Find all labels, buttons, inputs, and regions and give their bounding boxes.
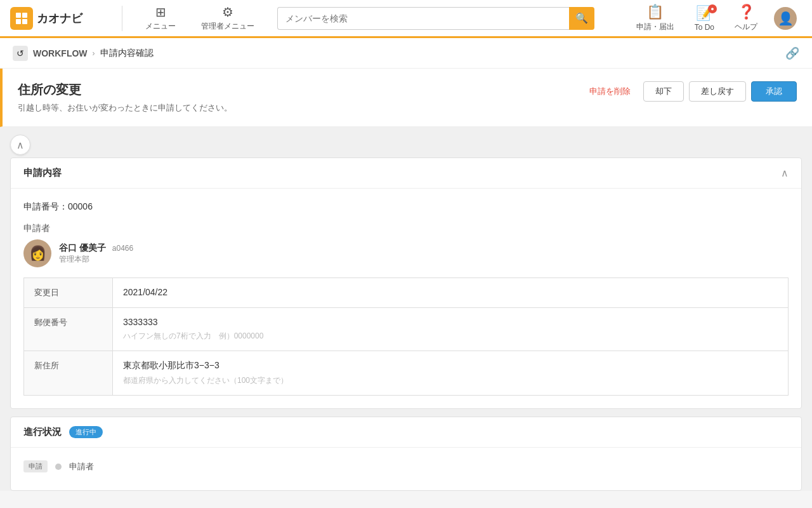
breadcrumb-bar: ↺ WORKFLOW › 申請内容確認 🔗 <box>0 38 812 69</box>
delete-button[interactable]: 申請を削除 <box>582 82 638 101</box>
todo-label: To Do <box>695 23 714 32</box>
request-number-value: 00006 <box>68 201 93 211</box>
search-icon: 🔍 <box>575 12 588 24</box>
logo-text: カオナビ <box>37 11 82 26</box>
step-name: 申請者 <box>69 461 94 472</box>
table-row: 郵便番号3333333ハイフン無しの7桁で入力 例）0000000 <box>24 308 789 351</box>
table-cell-value: 3333333ハイフン無しの7桁で入力 例）0000000 <box>113 308 789 351</box>
request-number-row: 申請番号：00006 <box>23 201 789 213</box>
help-icon: ❓ <box>738 4 755 20</box>
table-cell-hint: 都道府県から入力してください（100文字まで） <box>123 375 778 386</box>
page-header: 住所の変更 引越し時等、お住いが変わったときに申請してください。 申請を削除 却… <box>0 69 812 127</box>
approve-button[interactable]: 承認 <box>751 81 797 102</box>
page-title: 住所の変更 <box>18 81 232 98</box>
step-row: 申請 申請者 <box>23 460 789 472</box>
search-button[interactable]: 🔍 <box>569 7 594 30</box>
svg-rect-3 <box>22 19 27 24</box>
header-divider <box>122 6 122 31</box>
avatar[interactable]: 👤 <box>774 7 797 30</box>
applications-action[interactable]: 📋 申請・届出 <box>627 0 683 37</box>
admin-menu-label: 管理者メニュー <box>201 21 254 32</box>
progress-body: 申請 申請者 <box>11 448 801 490</box>
chevron-up-icon: ∧ <box>16 139 24 151</box>
logo-area: カオナビ <box>10 7 112 30</box>
table-row: 新住所東京都歌小那比市3−3−3都道府県から入力してください（100文字まで） <box>24 351 789 396</box>
applications-icon: 📋 <box>646 4 664 20</box>
applicant-details: 谷口 優美子 a0466 管理本部 <box>59 243 133 265</box>
search-area: 🔍 <box>277 7 594 30</box>
progress-header: 進行状況 進行中 <box>11 417 801 448</box>
admin-menu-nav-item[interactable]: ⚙ 管理者メニュー <box>188 0 267 37</box>
applications-label: 申請・届出 <box>636 22 674 32</box>
section-header[interactable]: 申請内容 ∧ <box>11 158 801 189</box>
applicant-id: a0466 <box>112 244 133 253</box>
applicant-name-line: 谷口 優美子 a0466 <box>59 243 133 254</box>
section-toggle-icon: ∧ <box>781 167 789 179</box>
help-label: ヘルプ <box>735 22 757 32</box>
workflow-icon: ↺ <box>13 46 28 61</box>
table-cell-label: 変更日 <box>24 278 113 308</box>
page-title-area: 住所の変更 引越し時等、お住いが変わったときに申請してください。 <box>18 81 232 114</box>
application-section: 申請内容 ∧ 申請番号：00006 申請者 👩 谷口 優美子 <box>10 157 802 409</box>
status-badge: 進行中 <box>69 426 103 438</box>
search-input[interactable] <box>277 7 569 30</box>
section-title: 申請内容 <box>23 167 62 179</box>
logo-icon <box>10 7 33 30</box>
scroll-top-button[interactable]: ∧ <box>10 135 30 155</box>
avatar-icon: 👤 <box>778 11 794 26</box>
svg-rect-0 <box>16 13 21 18</box>
todo-badge: ● <box>708 4 717 13</box>
detail-table: 変更日2021/04/22郵便番号3333333ハイフン無しの7桁で入力 例）0… <box>23 277 789 396</box>
applicant-row-container: 申請者 👩 谷口 優美子 a0466 管理本部 <box>23 223 789 267</box>
breadcrumb-separator: › <box>93 49 95 58</box>
app-header: カオナビ ⊞ メニュー ⚙ 管理者メニュー 🔍 📋 申請・届出 📝 ● To D… <box>0 0 812 38</box>
help-action[interactable]: ❓ ヘルプ <box>726 0 766 37</box>
todo-action[interactable]: 📝 ● To Do <box>686 0 723 37</box>
applicant-dept: 管理本部 <box>59 254 133 265</box>
menu-label: メニュー <box>145 21 176 32</box>
menu-icon: ⊞ <box>155 4 166 20</box>
progress-section: 進行状況 進行中 申請 申請者 <box>10 417 802 491</box>
table-row: 変更日2021/04/22 <box>24 278 789 308</box>
step-dot <box>55 464 62 470</box>
breadcrumb-section: WORKFLOW <box>33 48 88 58</box>
breadcrumb-current: 申請内容確認 <box>100 48 154 59</box>
svg-rect-2 <box>16 19 21 24</box>
menu-nav-item[interactable]: ⊞ メニュー <box>133 0 188 37</box>
applicant-info-row: 👩 谷口 優美子 a0466 管理本部 <box>23 239 789 267</box>
header-right: 📋 申請・届出 📝 ● To Do ❓ ヘルプ 👤 <box>627 0 802 37</box>
table-cell-hint: ハイフン無しの7桁で入力 例）0000000 <box>123 331 778 342</box>
applicant-label: 申請者 <box>23 223 789 234</box>
table-cell-value: 東京都歌小那比市3−3−3都道府県から入力してください（100文字まで） <box>113 351 789 396</box>
applicant-avatar: 👩 <box>23 239 51 267</box>
applicant-name: 谷口 優美子 <box>59 243 106 253</box>
gear-icon: ⚙ <box>222 4 233 20</box>
page-actions: 申請を削除 却下 差し戻す 承認 <box>582 81 797 102</box>
main-content: 住所の変更 引越し時等、お住いが変わったときに申請してください。 申請を削除 却… <box>0 69 812 491</box>
header-nav: ⊞ メニュー ⚙ 管理者メニュー <box>133 0 267 37</box>
link-icon[interactable]: 🔗 <box>785 46 799 60</box>
page-subtitle: 引越し時等、お住いが変わったときに申請してください。 <box>18 102 232 114</box>
section-body: 申請番号：00006 申請者 👩 谷口 優美子 a0466 管 <box>11 189 801 408</box>
progress-title: 進行状況 <box>23 426 62 438</box>
table-cell-label: 郵便番号 <box>24 308 113 351</box>
reject-button[interactable]: 却下 <box>643 81 684 102</box>
applicant-avatar-icon: 👩 <box>29 245 46 262</box>
svg-rect-1 <box>22 13 27 18</box>
table-cell-value: 2021/04/22 <box>113 278 789 308</box>
step-badge: 申請 <box>23 460 48 472</box>
return-button[interactable]: 差し戻す <box>689 81 746 102</box>
request-number-label: 申請番号： <box>23 201 68 211</box>
table-cell-label: 新住所 <box>24 351 113 396</box>
